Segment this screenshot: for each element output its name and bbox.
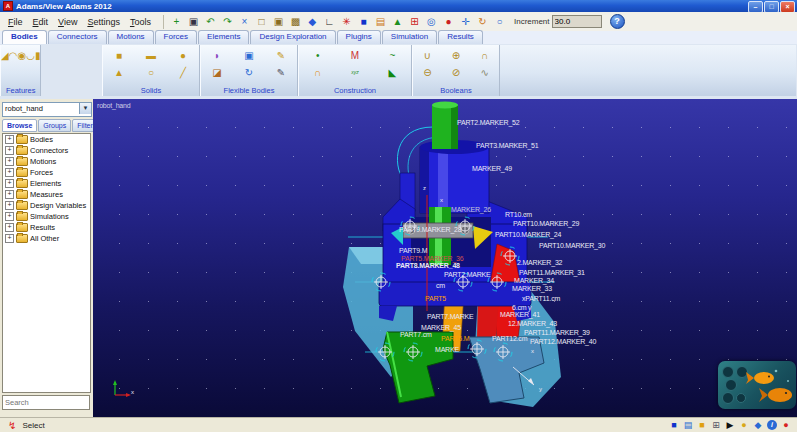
rigid-link-icon[interactable]: ╱ <box>169 64 197 81</box>
rotate-view-icon[interactable]: ↻ <box>474 13 491 30</box>
tab-design-exploration[interactable]: Design Exploration <box>250 30 335 44</box>
expand-icon[interactable]: + <box>5 201 14 210</box>
boolean-merge-icon[interactable]: ⊕ <box>443 47 469 64</box>
plane-icon[interactable]: ◣ <box>375 64 409 81</box>
rigid-sphere-icon[interactable]: ● <box>169 47 197 64</box>
tab-plugins[interactable]: Plugins <box>337 30 381 44</box>
tree-item-simulations[interactable]: +Simulations <box>3 211 90 222</box>
expand-icon[interactable]: + <box>5 168 14 177</box>
tree-item-elements[interactable]: +Elements <box>3 178 90 189</box>
view-manager-icon[interactable]: ▤ <box>681 419 695 431</box>
render-flags-icon[interactable]: ✳ <box>338 13 355 30</box>
zoom-area-icon[interactable]: ◎ <box>423 13 440 30</box>
edit-flex-icon[interactable]: ✎ <box>267 64 295 81</box>
expand-icon[interactable]: + <box>5 135 14 144</box>
increment-input[interactable] <box>552 15 602 28</box>
menu-item-file[interactable]: File <box>4 15 27 29</box>
expand-icon[interactable]: + <box>5 157 14 166</box>
marker-icon[interactable]: xyz <box>338 64 372 81</box>
rigid-torus-icon[interactable]: ○ <box>137 64 165 81</box>
boolean-chain-icon[interactable]: ∿ <box>472 64 498 81</box>
tree-item-measures[interactable]: +Measures <box>3 189 90 200</box>
hole-icon[interactable]: ◉ <box>17 47 26 64</box>
expand-icon[interactable]: + <box>5 212 14 221</box>
rigid-plate-icon[interactable]: ◣ <box>105 81 133 85</box>
table-editor-icon[interactable]: ⊞ <box>709 419 723 431</box>
fillet-icon[interactable]: ◠ <box>9 47 18 64</box>
tab-connectors[interactable]: Connectors <box>48 30 107 44</box>
expand-icon[interactable]: + <box>5 179 14 188</box>
cut-icon[interactable]: × <box>236 13 253 30</box>
boolean-cut-icon[interactable]: ⊖ <box>414 64 440 81</box>
menu-item-settings[interactable]: Settings <box>83 15 124 29</box>
boss-icon[interactable]: ▮ <box>35 47 41 64</box>
rigid-frustum-icon[interactable]: ▲ <box>105 64 133 81</box>
menu-item-edit[interactable]: Edit <box>29 15 53 29</box>
message-window-icon[interactable]: ■ <box>667 419 681 431</box>
mnf-transfer-icon[interactable]: ↻ <box>235 64 263 81</box>
tab-bodies[interactable]: Bodies <box>2 30 47 44</box>
shell-icon[interactable]: ◡ <box>26 47 35 64</box>
zoom-view-icon[interactable]: ○ <box>491 13 508 30</box>
tab-elements[interactable]: Elements <box>198 30 249 44</box>
coordinate-axes-icon[interactable]: ∟ <box>321 13 338 30</box>
icons-toggle-icon[interactable]: ▲ <box>389 13 406 30</box>
pan-view-icon[interactable]: ✛ <box>457 13 474 30</box>
undo-icon[interactable]: ↶ <box>202 13 219 30</box>
stop-icon[interactable]: ● <box>440 13 457 30</box>
record-icon[interactable]: ● <box>779 419 793 431</box>
working-window-icon[interactable]: ▤ <box>372 13 389 30</box>
rigid-revolution-icon[interactable]: ∩ <box>169 81 197 85</box>
flex-segment-icon[interactable]: ◪ <box>203 64 231 81</box>
boolean-intersect-icon[interactable]: ∩ <box>472 47 498 64</box>
tab-results[interactable]: Results <box>438 30 483 44</box>
expand-icon[interactable]: + <box>5 234 14 243</box>
polyline-icon[interactable]: M <box>338 47 372 64</box>
tree-item-connectors[interactable]: +Connectors <box>3 145 90 156</box>
rigid-cylinder-icon[interactable]: ▬ <box>137 47 165 64</box>
rigid-extrusion-icon[interactable]: ▭ <box>137 81 165 85</box>
solid-color-icon[interactable]: ■ <box>355 13 372 30</box>
search-input[interactable] <box>2 395 90 410</box>
info-icon[interactable]: i <box>767 420 777 430</box>
shaded-cube-icon[interactable]: ◆ <box>304 13 321 30</box>
3d-viewport[interactable]: robot_handPART2.MARKER_52PART3.MARKER_51… <box>93 99 797 417</box>
expand-icon[interactable]: + <box>5 190 14 199</box>
browser-tab-groups[interactable]: Groups <box>38 119 71 132</box>
expand-icon[interactable]: + <box>5 146 14 155</box>
iso-view-icon[interactable]: ▣ <box>270 13 287 30</box>
tree-item-forces[interactable]: +Forces <box>3 167 90 178</box>
save-icon[interactable]: ▣ <box>185 13 202 30</box>
chevron-down-icon[interactable]: ▼ <box>79 103 91 114</box>
tree-item-bodies[interactable]: +Bodies <box>3 134 90 145</box>
tab-forces[interactable]: Forces <box>155 30 197 44</box>
plot-icon[interactable]: ◆ <box>751 419 765 431</box>
browser-tab-browse[interactable]: Browse <box>2 119 37 132</box>
chamfer-icon[interactable]: ◢ <box>1 47 9 64</box>
viewflex-icon[interactable]: ◗ <box>203 47 231 64</box>
tree-item-all-other[interactable]: +All Other <box>3 233 90 244</box>
front-view-icon[interactable]: □ <box>253 13 270 30</box>
new-model-icon[interactable]: + <box>168 13 185 30</box>
point-icon[interactable]: • <box>301 47 335 64</box>
tree-item-design-variables[interactable]: +Design Variables <box>3 200 90 211</box>
fe-part-icon[interactable]: ✎ <box>267 47 295 64</box>
pointer-mode-icon[interactable]: ▶ <box>723 419 737 431</box>
rigid-box-icon[interactable]: ■ <box>105 47 133 64</box>
boolean-split-icon[interactable]: ⊘ <box>443 64 469 81</box>
arc-icon[interactable]: ∩ <box>301 64 335 81</box>
fit-view-icon[interactable]: ⊞ <box>406 13 423 30</box>
rigid-to-flex-icon[interactable]: ▣ <box>235 47 263 64</box>
tree-item-motions[interactable]: +Motions <box>3 156 90 167</box>
tab-simulation[interactable]: Simulation <box>382 30 437 44</box>
help-button[interactable]: ? <box>610 14 625 29</box>
menu-item-tools[interactable]: Tools <box>126 15 155 29</box>
color-palette-icon[interactable]: ■ <box>695 419 709 431</box>
top-view-icon[interactable]: ▩ <box>287 13 304 30</box>
menu-item-view[interactable]: View <box>54 15 81 29</box>
tab-motions[interactable]: Motions <box>108 30 154 44</box>
redo-icon[interactable]: ↷ <box>219 13 236 30</box>
spline-icon[interactable]: ~ <box>375 47 409 64</box>
boolean-union-icon[interactable]: ∪ <box>414 47 440 64</box>
tree-item-results[interactable]: +Results <box>3 222 90 233</box>
